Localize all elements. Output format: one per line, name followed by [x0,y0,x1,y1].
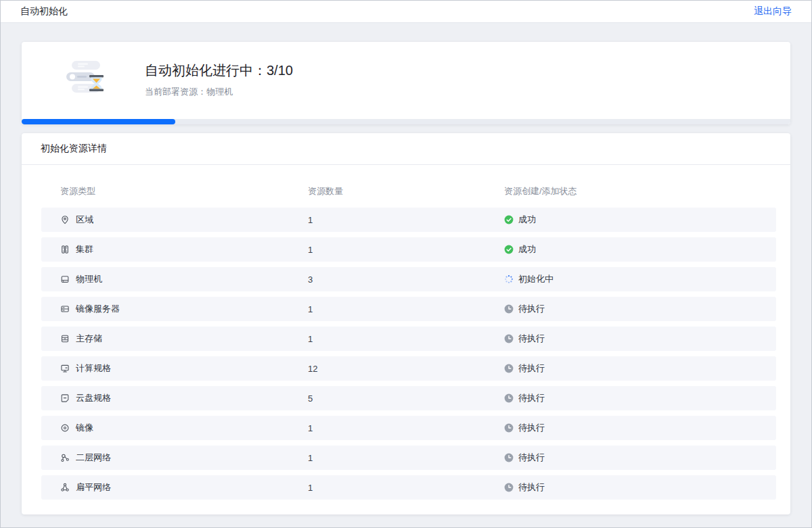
primary-storage-icon [60,334,70,343]
table-row: 主存储 1 待执行 [41,327,776,351]
progress-card: 自动初始化进行中：3/10 当前部署资源：物理机 [22,42,790,124]
resource-status-cell: 待执行 [504,333,765,345]
pending-clock-icon [504,304,514,314]
resource-status-cell: 待执行 [504,303,765,315]
resource-count-value: 1 [308,483,504,493]
resource-status-cell: 初始化中 [504,273,765,285]
table-row: 云盘规格 5 待执行 [41,386,776,410]
exit-wizard-link[interactable]: 退出向导 [754,5,792,18]
column-header-resource-type: 资源类型 [60,185,308,197]
progress-card-body: 自动初始化进行中：3/10 当前部署资源：物理机 [22,42,790,119]
resource-status-label: 待执行 [518,303,545,315]
resource-status-label: 成功 [518,214,536,226]
pending-clock-icon [504,364,514,373]
topbar: 自动初始化 退出向导 [0,0,812,23]
resource-status-cell: 待执行 [504,362,765,375]
table-row: 镜像 1 待执行 [41,416,776,440]
resource-type-cell: 物理机 [60,273,308,285]
table-row: 集群 1 成功 [41,237,776,262]
resource-table-body: 区域 1 成功 集群 1 成功 物理机 3 初始化中 镜像 [41,208,776,500]
resource-status-label: 待执行 [518,452,545,464]
success-icon [504,245,514,254]
resource-count-value: 1 [308,334,504,344]
resource-type-label: 云盘规格 [76,392,111,404]
progress-title: 自动初始化进行中：3/10 [145,62,293,79]
resource-status-cell: 成功 [504,214,765,226]
progress-bar-track [22,119,790,124]
resource-type-label: 计算规格 [76,362,111,375]
resource-type-label: 二层网络 [76,452,111,464]
resource-count-value: 3 [308,274,504,285]
pending-clock-icon [504,393,514,403]
resource-table: 资源类型 资源数量 资源创建/添加状态 区域 1 成功 集群 1 成功 物理机 [22,165,790,514]
page-title: 自动初始化 [20,5,68,18]
table-row: 扁平网络 1 待执行 [41,475,776,500]
resource-type-cell: 区域 [60,214,308,226]
region-icon [60,215,70,224]
progress-card-text: 自动初始化进行中：3/10 当前部署资源：物理机 [145,62,293,98]
resource-status-label: 待执行 [518,392,545,404]
table-row: 计算规格 12 待执行 [41,356,776,381]
resource-count-value: 1 [308,245,504,255]
resource-status-label: 待执行 [518,422,545,434]
column-header-resource-status: 资源创建/添加状态 [504,185,765,197]
success-icon [504,215,514,224]
resource-status-label: 初始化中 [518,273,554,285]
progress-bar-fill [22,119,175,124]
resource-type-cell: 二层网络 [60,452,308,464]
table-row: 镜像服务器 1 待执行 [41,297,776,321]
table-row: 物理机 3 初始化中 [41,267,776,291]
details-card: 初始化资源详情 资源类型 资源数量 资源创建/添加状态 区域 1 成功 集群 1… [22,133,790,514]
image-icon [60,423,70,433]
pending-clock-icon [504,453,514,462]
resource-status-cell: 待执行 [504,422,765,434]
progress-subtitle: 当前部署资源：物理机 [145,86,293,98]
details-card-header: 初始化资源详情 [22,133,790,165]
table-row: 二层网络 1 待执行 [41,446,776,470]
resource-type-label: 主存储 [76,333,102,345]
cluster-icon [60,245,70,254]
column-header-resource-count: 资源数量 [308,185,504,197]
resource-status-cell: 成功 [504,243,765,256]
host-icon [60,274,70,284]
resource-count-value: 1 [308,423,504,433]
resource-status-label: 待执行 [518,481,545,494]
table-row: 区域 1 成功 [41,208,776,232]
resource-type-cell: 计算规格 [60,362,308,375]
table-header-row: 资源类型 资源数量 资源创建/添加状态 [41,185,776,197]
pending-clock-icon [504,483,514,492]
resource-count-value: 1 [308,304,504,314]
resource-status-label: 待执行 [518,333,545,345]
compute-offering-icon [60,364,70,373]
resource-type-label: 区域 [76,214,93,226]
server-stack-hourglass-icon [64,59,107,100]
resource-type-cell: 主存储 [60,333,308,345]
resource-count-value: 12 [308,364,504,374]
resource-status-cell: 待执行 [504,481,765,494]
resource-type-cell: 集群 [60,243,308,256]
image-server-icon [60,304,70,314]
resource-status-cell: 待执行 [504,452,765,464]
resource-type-label: 镜像 [76,422,93,434]
resource-type-cell: 云盘规格 [60,392,308,404]
details-title: 初始化资源详情 [41,143,107,155]
resource-count-value: 5 [308,393,504,404]
resource-status-cell: 待执行 [504,392,765,404]
disk-offering-icon [60,393,70,403]
resource-count-value: 1 [308,215,504,225]
flat-network-icon [60,483,70,492]
l2-network-icon [60,453,70,462]
resource-count-value: 1 [308,453,504,463]
resource-type-label: 集群 [76,243,93,256]
resource-type-cell: 镜像 [60,422,308,434]
resource-status-label: 成功 [518,243,536,256]
resource-status-label: 待执行 [518,362,545,375]
running-spinner-icon [504,274,514,284]
resource-type-cell: 镜像服务器 [60,303,308,315]
resource-type-label: 物理机 [76,273,102,285]
pending-clock-icon [504,423,514,433]
resource-type-label: 镜像服务器 [76,303,120,315]
resource-type-cell: 扁平网络 [60,481,308,494]
resource-type-label: 扁平网络 [76,481,111,494]
pending-clock-icon [504,334,514,343]
